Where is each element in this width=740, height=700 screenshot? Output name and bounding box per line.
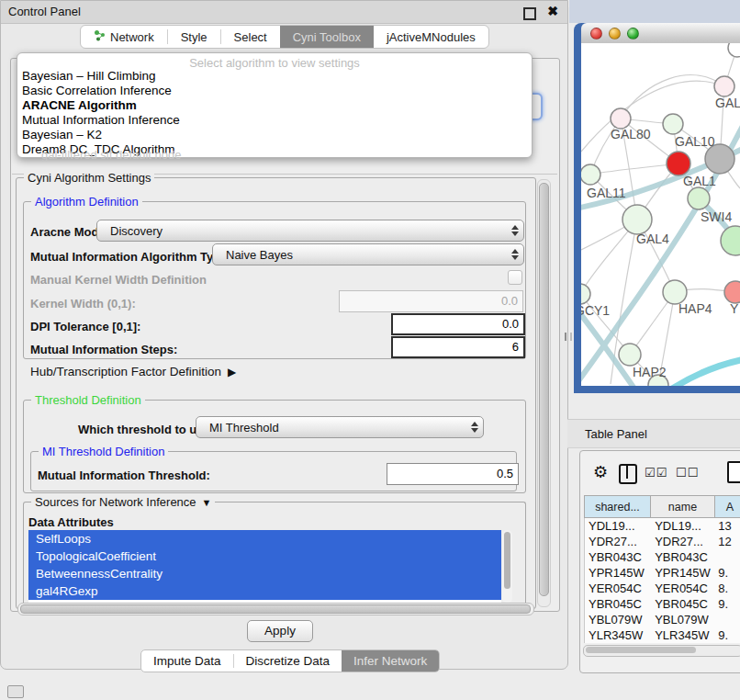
network-node[interactable] xyxy=(663,114,683,134)
table-row[interactable]: YER054CYER054C8. xyxy=(585,581,740,596)
which-threshold-label: Which threshold to use: xyxy=(78,423,214,436)
sources-legend-row[interactable]: Sources for Network Inference ▼ xyxy=(31,495,215,509)
network-window-titlebar[interactable] xyxy=(581,23,740,44)
list-item[interactable]: BetweennessCentrality xyxy=(28,565,501,582)
threshold-definition-legend: Threshold Definition xyxy=(31,393,145,407)
node-label: GAL1 xyxy=(683,174,716,188)
node-label: GAL10 xyxy=(675,134,715,149)
mi-threshold-input[interactable]: 0.5 xyxy=(387,463,519,485)
combo-arrows-icon xyxy=(507,249,523,260)
network-canvas[interactable]: GAL GAL80 GAL10 GAL1 GAL11 SWI4 GAL4 GCY… xyxy=(581,43,740,386)
table-panel-title: Table Panel xyxy=(585,427,647,441)
network-node[interactable] xyxy=(688,187,710,209)
list-item[interactable]: TopologicalCoefficient xyxy=(28,548,501,565)
table-row[interactable]: YBR045CYBR045C9. xyxy=(585,596,740,612)
table-row[interactable]: YLR345WYLR345W9. xyxy=(585,627,740,643)
tab-style[interactable]: Style xyxy=(168,26,220,48)
table-row[interactable]: YPR145WYPR145W9. xyxy=(585,565,740,581)
list-item[interactable]: SelfLoops xyxy=(28,530,501,548)
hub-definition-label: Hub/Transcription Factor Definition xyxy=(30,365,221,378)
hub-definition-row[interactable]: Hub/Transcription Factor Definition ▶ xyxy=(30,365,236,378)
minimize-traffic-light[interactable] xyxy=(609,28,621,40)
network-node[interactable] xyxy=(619,344,641,366)
tab-cyni-toolbox[interactable]: Cyni Toolbox xyxy=(280,26,374,48)
settings-group-legend: Cyni Algorithm Settings xyxy=(24,171,154,185)
control-panel-title: Control Panel xyxy=(8,5,81,18)
tab-network[interactable]: Network xyxy=(81,26,167,48)
network-node-gal1[interactable] xyxy=(667,152,690,175)
network-node[interactable] xyxy=(714,76,734,96)
menu-item[interactable]: Bayesian – Hill Climbing xyxy=(17,69,536,84)
mi-steps-input[interactable]: 6 xyxy=(391,336,525,358)
close-traffic-light[interactable] xyxy=(590,28,602,40)
select-all-checkboxes-icon[interactable]: ☑☑ xyxy=(645,466,667,480)
algorithm-dropdown-popup: Select algorithm to view settings Bayesi… xyxy=(17,52,533,158)
menu-item-selected[interactable]: ARACNE Algorithm xyxy=(17,98,536,113)
table-row[interactable]: YDR27...YDR27...12 xyxy=(585,534,740,549)
scrollbar-thumb[interactable] xyxy=(539,183,549,596)
scrollbar-thumb[interactable] xyxy=(586,647,696,653)
panel-splitter[interactable] xyxy=(565,333,572,341)
dpi-tolerance-input[interactable]: 0.0 xyxy=(391,313,525,335)
mi-threshold-legend: MI Threshold Definition xyxy=(39,445,168,458)
which-threshold-combo[interactable]: MI Threshold xyxy=(196,416,484,438)
node-label: GAL xyxy=(715,96,740,110)
network-node[interactable] xyxy=(622,205,652,234)
manual-kernel-checkbox[interactable] xyxy=(508,270,522,285)
tab-infer-network[interactable]: Infer Network xyxy=(342,650,439,672)
kernel-width-label: Kernel Width (0,1): xyxy=(30,297,136,310)
close-icon[interactable]: ✖ xyxy=(547,4,558,18)
settings-horizontal-scrollbar[interactable] xyxy=(17,603,534,615)
combo-arrows-icon xyxy=(466,422,483,433)
column-header[interactable]: name xyxy=(651,495,715,518)
which-threshold-value: MI Threshold xyxy=(196,421,466,435)
kernel-width-input[interactable]: 0.0 xyxy=(339,290,523,312)
collapse-down-icon[interactable]: ▼ xyxy=(202,497,212,508)
network-node[interactable] xyxy=(581,284,590,304)
table-panel: ⚙ ☑☑ ☐☐ shared... name A YDL19...YDL19..… xyxy=(579,450,740,673)
algorithm-definition-legend: Algorithm Definition xyxy=(31,195,142,209)
collapsed-panel-button[interactable] xyxy=(7,685,24,698)
float-icon[interactable] xyxy=(523,7,536,20)
attribute-list-scrollbar[interactable] xyxy=(502,530,512,603)
tab-impute-data[interactable]: Impute Data xyxy=(141,650,233,672)
gear-icon[interactable]: ⚙ xyxy=(593,462,608,482)
table-row[interactable]: YBR043CYBR043C xyxy=(585,549,740,565)
table-toolbar: ⚙ ☑☑ ☐☐ xyxy=(580,451,740,495)
right-top-strip xyxy=(569,0,740,23)
mi-type-combo[interactable]: Naive Bayes xyxy=(212,243,524,265)
bottom-tabstrip: Impute Data Discretize Data Infer Networ… xyxy=(140,649,440,672)
data-attributes-label: Data Attributes xyxy=(28,515,114,529)
export-table-icon[interactable] xyxy=(727,461,740,483)
network-combo-hint: gal-filtered sif default node xyxy=(41,148,181,162)
tab-jactivemnodules[interactable]: jActiveMNodules xyxy=(374,26,488,48)
network-node[interactable] xyxy=(728,43,740,57)
table-row[interactable]: YDL19...YDL19...13 xyxy=(585,518,740,534)
aracne-mode-combo[interactable]: Discovery xyxy=(96,220,524,242)
column-header[interactable]: shared... xyxy=(584,495,651,518)
network-node[interactable] xyxy=(581,164,600,185)
list-item[interactable]: gal4RGexp xyxy=(28,582,501,600)
table-horizontal-scrollbar[interactable] xyxy=(583,645,740,657)
column-header[interactable]: A xyxy=(715,495,740,518)
tab-discretize-data[interactable]: Discretize Data xyxy=(234,650,342,672)
deselect-all-checkboxes-icon[interactable]: ☐☐ xyxy=(676,466,699,480)
network-svg: GAL GAL80 GAL10 GAL1 GAL11 SWI4 GAL4 GCY… xyxy=(581,43,740,386)
network-node[interactable] xyxy=(721,226,740,255)
network-node[interactable] xyxy=(611,108,631,129)
scrollbar-thumb[interactable] xyxy=(504,532,510,589)
scrollbar-thumb[interactable] xyxy=(20,604,531,614)
node-table: shared... name A YDL19...YDL19...13 YDR2… xyxy=(584,495,740,643)
table-row[interactable]: YBL079WYBL079W xyxy=(585,612,740,627)
menu-item[interactable]: Bayesian – K2 xyxy=(17,128,536,142)
table-header-row: shared... name A xyxy=(584,495,740,518)
zoom-traffic-light[interactable] xyxy=(627,28,639,40)
tab-select[interactable]: Select xyxy=(221,26,280,48)
apply-button[interactable]: Apply xyxy=(247,620,313,642)
network-node[interactable] xyxy=(724,281,740,303)
columns-icon[interactable] xyxy=(619,464,637,484)
settings-vertical-scrollbar[interactable] xyxy=(537,179,551,607)
menu-item[interactable]: Mutual Information Inference xyxy=(17,113,536,128)
expand-right-icon[interactable]: ▶ xyxy=(228,366,236,378)
menu-item[interactable]: Basic Correlation Inference xyxy=(17,84,536,98)
